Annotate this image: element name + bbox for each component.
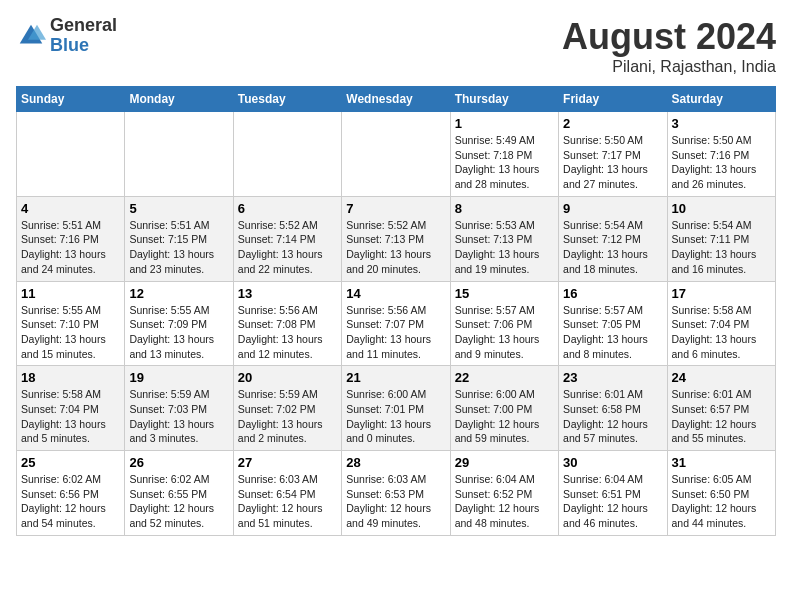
- day-number: 1: [455, 116, 554, 131]
- day-content: Sunrise: 5:52 AM Sunset: 7:13 PM Dayligh…: [346, 218, 445, 277]
- calendar-cell: 20Sunrise: 5:59 AM Sunset: 7:02 PM Dayli…: [233, 366, 341, 451]
- calendar-cell: 25Sunrise: 6:02 AM Sunset: 6:56 PM Dayli…: [17, 451, 125, 536]
- calendar-cell: [342, 112, 450, 197]
- day-number: 25: [21, 455, 120, 470]
- day-content: Sunrise: 5:55 AM Sunset: 7:09 PM Dayligh…: [129, 303, 228, 362]
- calendar-cell: 4Sunrise: 5:51 AM Sunset: 7:16 PM Daylig…: [17, 196, 125, 281]
- day-content: Sunrise: 5:51 AM Sunset: 7:15 PM Dayligh…: [129, 218, 228, 277]
- logo: General Blue: [16, 16, 117, 56]
- day-content: Sunrise: 5:50 AM Sunset: 7:16 PM Dayligh…: [672, 133, 771, 192]
- header-row: SundayMondayTuesdayWednesdayThursdayFrid…: [17, 87, 776, 112]
- day-content: Sunrise: 5:49 AM Sunset: 7:18 PM Dayligh…: [455, 133, 554, 192]
- day-content: Sunrise: 6:02 AM Sunset: 6:56 PM Dayligh…: [21, 472, 120, 531]
- calendar-cell: 26Sunrise: 6:02 AM Sunset: 6:55 PM Dayli…: [125, 451, 233, 536]
- day-content: Sunrise: 5:53 AM Sunset: 7:13 PM Dayligh…: [455, 218, 554, 277]
- header-day-sunday: Sunday: [17, 87, 125, 112]
- day-content: Sunrise: 5:54 AM Sunset: 7:11 PM Dayligh…: [672, 218, 771, 277]
- week-row-2: 4Sunrise: 5:51 AM Sunset: 7:16 PM Daylig…: [17, 196, 776, 281]
- calendar-cell: 8Sunrise: 5:53 AM Sunset: 7:13 PM Daylig…: [450, 196, 558, 281]
- header-day-friday: Friday: [559, 87, 667, 112]
- header-day-tuesday: Tuesday: [233, 87, 341, 112]
- week-row-1: 1Sunrise: 5:49 AM Sunset: 7:18 PM Daylig…: [17, 112, 776, 197]
- day-number: 26: [129, 455, 228, 470]
- day-content: Sunrise: 5:56 AM Sunset: 7:07 PM Dayligh…: [346, 303, 445, 362]
- calendar-cell: 31Sunrise: 6:05 AM Sunset: 6:50 PM Dayli…: [667, 451, 775, 536]
- day-number: 30: [563, 455, 662, 470]
- calendar-cell: 28Sunrise: 6:03 AM Sunset: 6:53 PM Dayli…: [342, 451, 450, 536]
- day-number: 8: [455, 201, 554, 216]
- header-day-wednesday: Wednesday: [342, 87, 450, 112]
- day-number: 7: [346, 201, 445, 216]
- calendar-cell: 5Sunrise: 5:51 AM Sunset: 7:15 PM Daylig…: [125, 196, 233, 281]
- day-content: Sunrise: 6:03 AM Sunset: 6:53 PM Dayligh…: [346, 472, 445, 531]
- day-number: 13: [238, 286, 337, 301]
- calendar-cell: 23Sunrise: 6:01 AM Sunset: 6:58 PM Dayli…: [559, 366, 667, 451]
- calendar-cell: 17Sunrise: 5:58 AM Sunset: 7:04 PM Dayli…: [667, 281, 775, 366]
- day-number: 18: [21, 370, 120, 385]
- day-content: Sunrise: 5:58 AM Sunset: 7:04 PM Dayligh…: [672, 303, 771, 362]
- calendar-cell: 3Sunrise: 5:50 AM Sunset: 7:16 PM Daylig…: [667, 112, 775, 197]
- day-content: Sunrise: 5:52 AM Sunset: 7:14 PM Dayligh…: [238, 218, 337, 277]
- calendar-cell: 19Sunrise: 5:59 AM Sunset: 7:03 PM Dayli…: [125, 366, 233, 451]
- day-number: 21: [346, 370, 445, 385]
- calendar-cell: 14Sunrise: 5:56 AM Sunset: 7:07 PM Dayli…: [342, 281, 450, 366]
- day-number: 28: [346, 455, 445, 470]
- day-number: 15: [455, 286, 554, 301]
- logo-general-text: General: [50, 16, 117, 36]
- day-number: 3: [672, 116, 771, 131]
- header-day-thursday: Thursday: [450, 87, 558, 112]
- page-header: General Blue August 2024 Pilani, Rajasth…: [16, 16, 776, 76]
- day-number: 17: [672, 286, 771, 301]
- day-number: 10: [672, 201, 771, 216]
- day-number: 14: [346, 286, 445, 301]
- header-day-saturday: Saturday: [667, 87, 775, 112]
- day-number: 9: [563, 201, 662, 216]
- day-number: 12: [129, 286, 228, 301]
- logo-blue-text: Blue: [50, 36, 117, 56]
- day-number: 19: [129, 370, 228, 385]
- day-number: 31: [672, 455, 771, 470]
- calendar-cell: 7Sunrise: 5:52 AM Sunset: 7:13 PM Daylig…: [342, 196, 450, 281]
- day-content: Sunrise: 5:57 AM Sunset: 7:06 PM Dayligh…: [455, 303, 554, 362]
- calendar-cell: 6Sunrise: 5:52 AM Sunset: 7:14 PM Daylig…: [233, 196, 341, 281]
- day-number: 11: [21, 286, 120, 301]
- calendar-cell: [125, 112, 233, 197]
- calendar-cell: 29Sunrise: 6:04 AM Sunset: 6:52 PM Dayli…: [450, 451, 558, 536]
- day-content: Sunrise: 6:04 AM Sunset: 6:52 PM Dayligh…: [455, 472, 554, 531]
- day-content: Sunrise: 6:01 AM Sunset: 6:58 PM Dayligh…: [563, 387, 662, 446]
- calendar-cell: 27Sunrise: 6:03 AM Sunset: 6:54 PM Dayli…: [233, 451, 341, 536]
- calendar-cell: 30Sunrise: 6:04 AM Sunset: 6:51 PM Dayli…: [559, 451, 667, 536]
- calendar-cell: 2Sunrise: 5:50 AM Sunset: 7:17 PM Daylig…: [559, 112, 667, 197]
- day-content: Sunrise: 5:51 AM Sunset: 7:16 PM Dayligh…: [21, 218, 120, 277]
- day-content: Sunrise: 5:57 AM Sunset: 7:05 PM Dayligh…: [563, 303, 662, 362]
- day-number: 27: [238, 455, 337, 470]
- week-row-3: 11Sunrise: 5:55 AM Sunset: 7:10 PM Dayli…: [17, 281, 776, 366]
- day-number: 20: [238, 370, 337, 385]
- day-content: Sunrise: 5:50 AM Sunset: 7:17 PM Dayligh…: [563, 133, 662, 192]
- calendar-cell: 12Sunrise: 5:55 AM Sunset: 7:09 PM Dayli…: [125, 281, 233, 366]
- day-number: 24: [672, 370, 771, 385]
- calendar-cell: 9Sunrise: 5:54 AM Sunset: 7:12 PM Daylig…: [559, 196, 667, 281]
- calendar-subtitle: Pilani, Rajasthan, India: [562, 58, 776, 76]
- calendar-cell: 11Sunrise: 5:55 AM Sunset: 7:10 PM Dayli…: [17, 281, 125, 366]
- day-number: 5: [129, 201, 228, 216]
- calendar-cell: 21Sunrise: 6:00 AM Sunset: 7:01 PM Dayli…: [342, 366, 450, 451]
- day-content: Sunrise: 6:00 AM Sunset: 7:01 PM Dayligh…: [346, 387, 445, 446]
- day-content: Sunrise: 5:55 AM Sunset: 7:10 PM Dayligh…: [21, 303, 120, 362]
- calendar-table: SundayMondayTuesdayWednesdayThursdayFrid…: [16, 86, 776, 536]
- day-number: 22: [455, 370, 554, 385]
- day-content: Sunrise: 5:56 AM Sunset: 7:08 PM Dayligh…: [238, 303, 337, 362]
- calendar-title: August 2024: [562, 16, 776, 58]
- day-content: Sunrise: 6:02 AM Sunset: 6:55 PM Dayligh…: [129, 472, 228, 531]
- day-content: Sunrise: 6:05 AM Sunset: 6:50 PM Dayligh…: [672, 472, 771, 531]
- calendar-cell: [233, 112, 341, 197]
- calendar-cell: 13Sunrise: 5:56 AM Sunset: 7:08 PM Dayli…: [233, 281, 341, 366]
- week-row-4: 18Sunrise: 5:58 AM Sunset: 7:04 PM Dayli…: [17, 366, 776, 451]
- day-number: 2: [563, 116, 662, 131]
- day-content: Sunrise: 6:00 AM Sunset: 7:00 PM Dayligh…: [455, 387, 554, 446]
- day-content: Sunrise: 5:54 AM Sunset: 7:12 PM Dayligh…: [563, 218, 662, 277]
- day-content: Sunrise: 5:59 AM Sunset: 7:02 PM Dayligh…: [238, 387, 337, 446]
- day-number: 6: [238, 201, 337, 216]
- day-content: Sunrise: 6:04 AM Sunset: 6:51 PM Dayligh…: [563, 472, 662, 531]
- calendar-cell: 18Sunrise: 5:58 AM Sunset: 7:04 PM Dayli…: [17, 366, 125, 451]
